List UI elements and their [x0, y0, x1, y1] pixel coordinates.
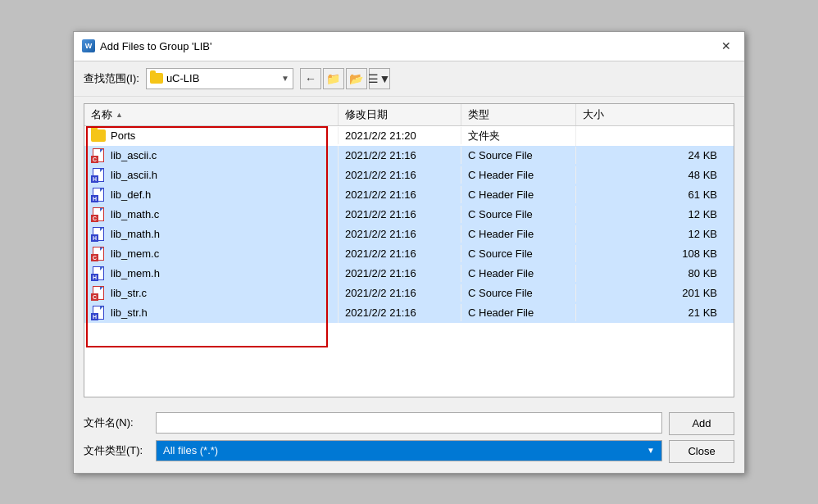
cell-name: Ports [84, 127, 339, 144]
table-row[interactable]: H lib_def.h 2021/2/2 21:16 C Header File… [84, 185, 734, 205]
filetype-row: 文件类型(T): All files (*.*) ▼ [84, 440, 662, 461]
action-buttons: Add Close [669, 412, 734, 463]
file-list-header: 名称 ▲ 修改日期 类型 大小 [84, 104, 734, 126]
cell-type: C Header File [461, 304, 576, 321]
file-name: lib_ascii.c [111, 149, 157, 161]
filename-input[interactable] [156, 412, 662, 434]
cell-size: 80 KB [576, 265, 734, 282]
col-type[interactable]: 类型 [461, 104, 576, 125]
c-file-icon: C [91, 247, 106, 261]
cell-size: 12 KB [576, 206, 734, 223]
title-bar-left: W Add Files to Group 'LIB' [82, 39, 211, 52]
col-type-label: 类型 [468, 108, 489, 120]
cell-type: C Header File [461, 225, 576, 243]
cell-name: C lib_ascii.c [84, 146, 339, 166]
cell-date: 2021/2/2 21:16 [339, 147, 461, 164]
cell-date: 2021/2/2 21:16 [339, 284, 461, 302]
dialog: W Add Files to Group 'LIB' ✕ 查找范围(I): uC… [73, 31, 745, 474]
cell-type: C Source File [461, 284, 576, 302]
new-folder-button[interactable]: 📂 [346, 68, 367, 89]
cell-name: C lib_math.c [84, 205, 339, 225]
file-name: lib_math.h [111, 228, 160, 240]
h-file-icon: H [91, 227, 106, 242]
file-name: Ports [111, 129, 135, 142]
col-name[interactable]: 名称 ▲ [84, 104, 339, 125]
c-file-icon: C [91, 286, 106, 301]
col-date[interactable]: 修改日期 [339, 104, 461, 125]
filename-label: 文件名(N): [84, 415, 149, 430]
file-list-body: Ports 2021/2/2 21:20 文件夹 C lib_ascii.c 2… [84, 126, 734, 323]
cell-type: C Source File [461, 206, 576, 223]
h-file-icon: H [91, 306, 106, 320]
cell-size: 61 KB [576, 186, 734, 203]
content-area: 名称 ▲ 修改日期 类型 大小 Ports 2021/2/2 21:20 [84, 103, 734, 397]
cell-name: H lib_ascii.h [84, 166, 339, 185]
close-button[interactable]: Close [669, 440, 734, 463]
table-row[interactable]: C lib_str.c 2021/2/2 21:16 C Source File… [84, 284, 734, 303]
file-name: lib_mem.c [111, 247, 159, 260]
table-row[interactable]: Ports 2021/2/2 21:20 文件夹 [84, 126, 734, 146]
table-row[interactable]: H lib_mem.h 2021/2/2 21:16 C Header File… [84, 264, 734, 284]
cell-size: 108 KB [576, 245, 734, 262]
file-name: lib_str.h [111, 306, 148, 319]
table-row[interactable]: H lib_str.h 2021/2/2 21:16 C Header File… [84, 303, 734, 323]
dialog-title: Add Files to Group 'LIB' [100, 40, 211, 52]
filetype-combo[interactable]: All files (*.*) ▼ [156, 440, 662, 461]
filetype-value: All files (*.*) [163, 444, 218, 456]
c-file-icon: C [91, 148, 106, 163]
location-label: 查找范围(I): [84, 71, 139, 86]
file-name: lib_math.c [111, 208, 159, 220]
cell-type: C Header File [461, 166, 576, 184]
app-icon: W [82, 39, 95, 52]
cell-date: 2021/2/2 21:16 [339, 265, 461, 282]
location-combo[interactable]: uC-LIB ▼ [146, 68, 293, 89]
toolbar-buttons: ← 📁 📂 ☰▼ [300, 68, 390, 89]
folder-icon [91, 129, 106, 142]
col-size[interactable]: 大小 [576, 104, 734, 125]
cell-size: 48 KB [576, 166, 734, 184]
cell-type: 文件夹 [461, 126, 576, 146]
view-button[interactable]: ☰▼ [369, 68, 390, 89]
cell-name: C lib_str.c [84, 284, 339, 303]
file-name: lib_def.h [111, 188, 151, 201]
table-row[interactable]: C lib_ascii.c 2021/2/2 21:16 C Source Fi… [84, 146, 734, 166]
cell-name: C lib_mem.c [84, 244, 339, 264]
cell-size: 21 KB [576, 304, 734, 321]
bottom-area: 文件名(N): 文件类型(T): All files (*.*) ▼ Add C… [74, 404, 744, 473]
up-folder-button[interactable]: 📁 [323, 68, 344, 89]
filename-row: 文件名(N): [84, 412, 662, 434]
table-row[interactable]: H lib_math.h 2021/2/2 21:16 C Header Fil… [84, 225, 734, 244]
cell-size [576, 134, 734, 138]
cell-date: 2021/2/2 21:20 [339, 127, 461, 144]
cell-date: 2021/2/2 21:16 [339, 206, 461, 223]
toolbar: 查找范围(I): uC-LIB ▼ ← 📁 📂 ☰▼ [74, 61, 744, 97]
cell-type: C Source File [461, 147, 576, 164]
cell-date: 2021/2/2 21:16 [339, 245, 461, 262]
c-file-icon: C [91, 207, 106, 222]
cell-size: 24 KB [576, 147, 734, 164]
location-value: uC-LIB [166, 72, 278, 84]
close-icon[interactable]: ✕ [718, 38, 734, 54]
h-file-icon: H [91, 188, 106, 202]
folder-icon [150, 73, 163, 84]
table-row[interactable]: H lib_ascii.h 2021/2/2 21:16 C Header Fi… [84, 166, 734, 185]
cell-date: 2021/2/2 21:16 [339, 166, 461, 184]
cell-size: 201 KB [576, 284, 734, 302]
h-file-icon: H [91, 168, 106, 183]
file-name: lib_str.c [111, 287, 147, 299]
table-row[interactable]: C lib_math.c 2021/2/2 21:16 C Source Fil… [84, 205, 734, 225]
cell-type: C Header File [461, 265, 576, 282]
file-name: lib_mem.h [111, 267, 160, 279]
cell-date: 2021/2/2 21:16 [339, 225, 461, 243]
file-list-container: 名称 ▲ 修改日期 类型 大小 Ports 2021/2/2 21:20 [84, 103, 734, 397]
cell-type: C Source File [461, 245, 576, 262]
cell-name: H lib_str.h [84, 303, 339, 323]
cell-size: 12 KB [576, 225, 734, 243]
title-bar: W Add Files to Group 'LIB' ✕ [74, 32, 744, 61]
table-row[interactable]: C lib_mem.c 2021/2/2 21:16 C Source File… [84, 244, 734, 264]
sort-arrow-icon: ▲ [116, 111, 123, 119]
h-file-icon: H [91, 266, 106, 281]
chevron-down-icon: ▼ [281, 74, 289, 83]
back-button[interactable]: ← [300, 68, 321, 89]
add-button[interactable]: Add [669, 412, 734, 435]
